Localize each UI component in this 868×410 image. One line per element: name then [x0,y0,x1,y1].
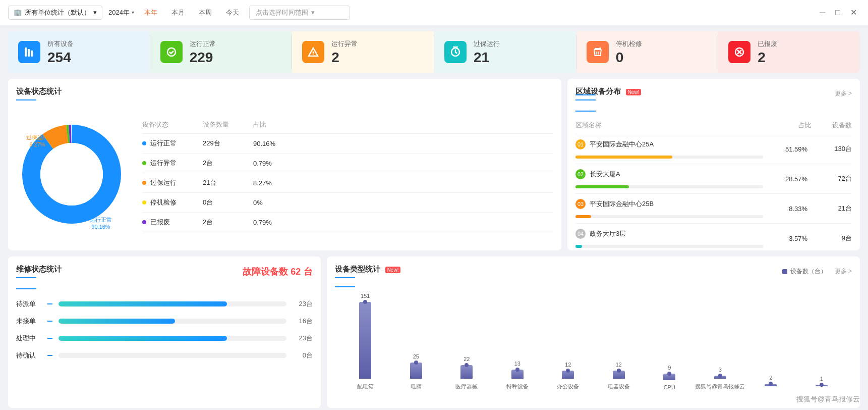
summary-card-scrapped[interactable]: 已报废 2 [718,31,860,73]
chart-legend: 设备数（台） [782,267,827,276]
year-chevron-icon: ▾ [132,10,134,15]
maintenance-count-1: 16台 [293,317,313,326]
nav-week-btn[interactable]: 本周 [195,6,216,19]
bar-item-7: 3搜狐号@青鸟报修云 [695,367,746,390]
bar-value-3: 13 [514,361,520,367]
watermark: 搜狐号@青鸟报修云 [796,395,860,404]
window-controls: ─ □ ✕ [817,7,860,18]
bar-value-9: 1 [820,376,823,382]
summary-card-abnormal[interactable]: 运行异常 2 [292,31,434,73]
abnormal-label: 运行异常 [331,39,358,48]
regional-pct-2: 8.33% [767,205,807,213]
unit-select[interactable]: 🏢 所有单位统计（默认） ▾ [8,6,102,20]
regional-count-0: 130台 [812,144,852,153]
maintenance-row-1: 未接单 16台 [16,317,313,326]
bottom-row: 维修状态统计 故障设备数 62 台 待派单 23台 未接单 16台 [8,257,860,408]
bar-dot-0 [363,300,367,304]
summary-card-overdue[interactable]: 过保运行 21 [434,31,576,73]
svg-rect-1 [28,49,30,57]
bar-label-6: CPU [664,384,675,390]
regional-count-3: 9台 [812,234,852,243]
regional-name-1: 长安大厦A [590,170,620,179]
summary-cards: 所有设备 254 运行正常 229 运行异常 2 [8,31,860,73]
regional-name-2: 平安国际金融中心25B [590,199,654,209]
bar-dot-7 [718,374,722,378]
regional-row-3: 04 政务大厅3层 3.57% 9台 [575,224,852,253]
bar-item-6: 9CPU [644,365,695,390]
device-status-content: 过保运行 8.27% 运行正常 90.16% 设备状态 设备数量 占比 运行正常… [16,107,553,242]
date-range-picker[interactable]: 点击选择时间范围 ▾ [249,6,350,20]
device-type-header: 设备类型统计 New! 设备数（台） 更多 > [335,265,852,282]
bar-dot-5 [617,369,621,373]
dot-running [142,141,146,145]
bar-chart: 151配电箱25电脑22医疗器械13特种设备12办公设备12电器设备9CPU3搜… [335,289,852,390]
regional-count-2: 21台 [812,204,852,213]
summary-card-stopped[interactable]: 停机检修 0 [576,31,718,73]
nav-month-btn[interactable]: 本月 [167,6,189,19]
status-table-header: 设备状态 设备数量 占比 [142,116,553,134]
regional-num-1: 02 [575,169,586,179]
bar-item-8: 2 [745,375,796,390]
summary-card-running[interactable]: 运行正常 229 [150,31,292,73]
regional-pct-3: 3.57% [767,235,807,242]
bar-label-4: 办公设备 [557,383,579,390]
regional-bar-3 [575,245,582,248]
bar-value-2: 22 [464,356,470,362]
maintenance-bar-2 [59,336,227,341]
status-row-3: 停机检修 0台 0% [142,193,553,213]
bar-col-4 [562,371,574,379]
bar-dot-3 [515,368,519,372]
maintenance-row-3: 待确认 0台 [16,351,313,360]
device-type-title: 设备类型统计 [335,265,380,273]
main-content-row: 设备状态统计 过保运行 8.27% [8,79,860,250]
device-type-panel: 设备类型统计 New! 设备数（台） 更多 > 151配电箱25电脑22医疗器械… [327,257,860,408]
bar-col-9 [816,385,828,386]
dot-overdue [142,181,146,185]
stopped-label: 停机检修 [616,39,642,48]
bar-dot-6 [667,372,671,376]
status-row-0: 运行正常 229台 90.16% [142,134,553,153]
maintenance-row-2: 处理中 23台 [16,334,313,343]
nav-year-btn[interactable]: 本年 [140,6,161,19]
device-status-panel: 设备状态统计 过保运行 8.27% [8,79,561,250]
bar-col-7 [714,376,726,379]
regional-more-link[interactable]: 更多 > [835,89,852,98]
regional-bar-0 [575,156,672,159]
fault-count-wrap: 故障设备数 62 台 [243,266,313,278]
regional-num-0: 01 [575,139,586,149]
bar-value-6: 9 [668,365,671,371]
overdue-icon [444,41,467,63]
legend-label: 设备数（台） [790,267,827,276]
abnormal-value: 2 [331,50,358,65]
device-status-table: 设备状态 设备数量 占比 运行正常 229台 90.16% 运行异常 2台 0.… [142,116,553,232]
regional-row-2: 03 平安国际金融中心25B 8.33% 21台 [575,194,852,224]
regional-pct-0: 51.59% [767,145,807,153]
maintenance-bar-1 [59,319,175,324]
legend-dot [782,269,787,274]
nav-today-btn[interactable]: 今天 [222,6,243,19]
regional-header: 区域设备分布 New! 更多 > [575,87,852,105]
status-row-4: 已报废 2台 0.79% [142,213,553,232]
regional-bar-1 [575,185,629,188]
close-btn[interactable]: ✕ [847,7,860,18]
minimize-btn[interactable]: ─ [817,7,828,18]
maintenance-label-2: 处理中 [16,334,41,343]
donut-overdue-label: 过保运行 8.27% [26,134,48,147]
donut-running-label: 运行正常 90.16% [90,216,112,230]
bar-col-5 [613,371,625,379]
bar-dot-1 [414,361,418,365]
maintenance-label-0: 待派单 [16,299,41,309]
regional-table-header: 区域名称 占比 设备数 [575,117,852,134]
toolbar: 🏢 所有单位统计（默认） ▾ 2024年 ▾ 本年 本月 本周 今天 点击选择时… [0,0,868,25]
svg-rect-0 [25,47,27,57]
maintenance-count-3: 0台 [293,351,313,360]
device-type-more-link[interactable]: 更多 > [835,267,852,276]
maintenance-bar-0 [59,301,227,306]
maximize-btn[interactable]: □ [832,7,843,18]
summary-card-all[interactable]: 所有设备 254 [8,31,150,73]
bar-dot-8 [769,382,773,386]
year-select[interactable]: 2024年 ▾ [108,8,134,17]
regional-count-1: 72台 [812,174,852,183]
maintenance-panel: 维修状态统计 故障设备数 62 台 待派单 23台 未接单 16台 [8,257,321,408]
date-range-chevron-icon: ▾ [311,9,315,16]
